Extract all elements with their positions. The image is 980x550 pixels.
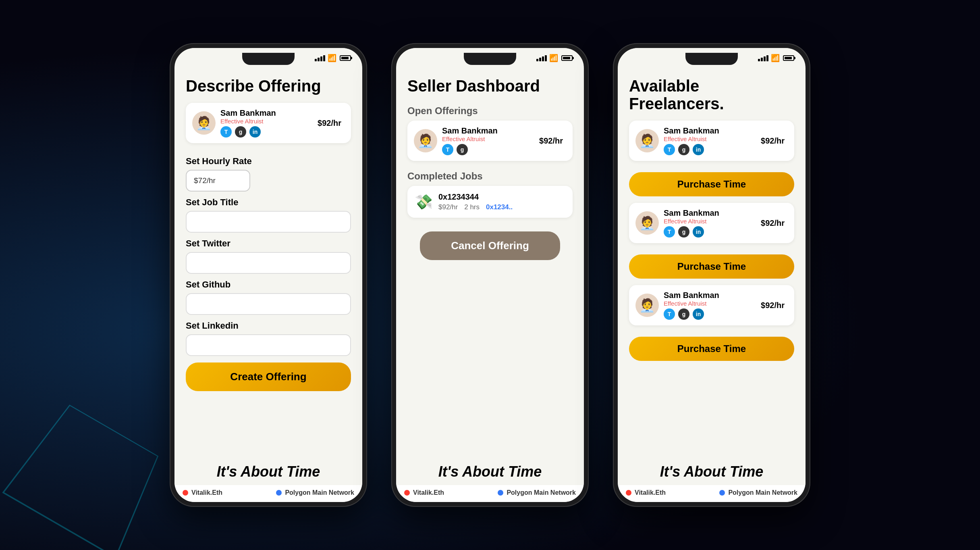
wallet-dot-2	[404, 490, 410, 496]
github-icon-f1[interactable]: g	[678, 144, 689, 155]
profile-subtitle-f1: Effective Altruist	[664, 135, 756, 142]
freelancer-card-1: 🧑‍💼 Sam Bankman Effective Altruist T g i…	[629, 121, 794, 196]
profile-subtitle-f3: Effective Altruist	[664, 300, 756, 307]
twitter-icon-dashboard[interactable]: T	[442, 144, 453, 155]
github-icon-f2[interactable]: g	[678, 226, 689, 237]
github-input[interactable]	[186, 293, 351, 315]
job-info: 0x1234344 $92/hr 2 hrs 0x1234..	[438, 192, 565, 211]
wifi-icon-2: 📶	[549, 54, 558, 62]
page-title-describe: Describe Offering	[186, 77, 351, 95]
avatar-f2: 🧑‍💼	[635, 211, 659, 235]
twitter-label: Set Twitter	[186, 238, 351, 249]
linkedin-icon-f3[interactable]: in	[693, 308, 704, 320]
profile-info-f3: Sam Bankman Effective Altruist T g in	[664, 291, 756, 320]
avatar-describe: 🧑‍💼	[192, 111, 216, 135]
tagline-1: It's About Time	[174, 459, 362, 485]
linkedin-icon-f2[interactable]: in	[693, 226, 704, 237]
tagline-3: It's About Time	[618, 459, 806, 485]
twitter-icon-f2[interactable]: T	[664, 226, 675, 237]
phone-available-freelancers: 📶 Available Freelancers. 🧑‍💼 Sam Bankman…	[613, 43, 810, 507]
cancel-offering-button[interactable]: Cancel Offering	[420, 231, 561, 260]
profile-rate-describe: $92/hr	[318, 119, 341, 128]
profile-card-describe: 🧑‍💼 Sam Bankman Effective Altruist T g i…	[186, 103, 351, 143]
profile-rate-f2: $92/hr	[761, 219, 785, 228]
freelancer-card-2: 🧑‍💼 Sam Bankman Effective Altruist T g i…	[629, 203, 794, 279]
open-offering-card: 🧑‍💼 Sam Bankman Effective Altruist T g $…	[407, 121, 573, 161]
avatar-f1: 🧑‍💼	[635, 129, 659, 152]
twitter-icon[interactable]: T	[220, 126, 232, 138]
twitter-icon-f3[interactable]: T	[664, 308, 675, 320]
linkedin-icon-f1[interactable]: in	[693, 144, 704, 155]
job-address[interactable]: 0x1234..	[486, 203, 513, 211]
github-label: Set Github	[186, 279, 351, 290]
profile-name-describe: Sam Bankman	[220, 108, 313, 118]
footer-3: Vitalik.Eth Polygon Main Network	[618, 485, 806, 502]
profile-card-f3: 🧑‍💼 Sam Bankman Effective Altruist T g i…	[629, 285, 794, 325]
network-label-3: Polygon Main Network	[728, 489, 797, 496]
github-icon-f3[interactable]: g	[678, 308, 689, 320]
profile-name-dashboard: Sam Bankman	[442, 126, 534, 135]
network-label-1: Polygon Main Network	[285, 489, 354, 496]
notch-2	[464, 53, 516, 65]
job-id: 0x1234344	[438, 192, 565, 202]
job-title-input[interactable]	[186, 211, 351, 233]
completed-jobs-label: Completed Jobs	[407, 171, 573, 182]
linkedin-input[interactable]	[186, 334, 351, 356]
footer-2: Vitalik.Eth Polygon Main Network	[396, 485, 584, 502]
github-icon[interactable]: g	[235, 126, 246, 138]
create-offering-button[interactable]: Create Offering	[186, 362, 351, 391]
profile-card-f2: 🧑‍💼 Sam Bankman Effective Altruist T g i…	[629, 203, 794, 243]
purchase-time-button-3[interactable]: Purchase Time	[629, 337, 794, 361]
profile-card-f1: 🧑‍💼 Sam Bankman Effective Altruist T g i…	[629, 121, 794, 161]
battery-icon-2	[561, 55, 573, 61]
job-emoji: 💸	[415, 194, 433, 210]
page-title-freelancers: Available Freelancers.	[629, 77, 794, 112]
profile-rate-f1: $92/hr	[761, 136, 785, 146]
hourly-rate-input[interactable]	[186, 170, 250, 192]
profile-subtitle-describe: Effective Altruist	[220, 118, 313, 125]
battery-icon	[340, 55, 351, 61]
job-hours: 2 hrs	[464, 203, 480, 211]
profile-info-f2: Sam Bankman Effective Altruist T g in	[664, 208, 756, 237]
signal-bars-icon-2	[536, 55, 547, 61]
twitter-input[interactable]	[186, 252, 351, 274]
battery-icon-3	[783, 55, 794, 61]
phone-seller-dashboard: 📶 Seller Dashboard Open Offerings 🧑‍💼 Sa…	[391, 43, 589, 507]
profile-info-dashboard: Sam Bankman Effective Altruist T g	[442, 126, 534, 155]
phone-describe-offering: 📶 Describe Offering 🧑‍💼 Sam Bankman Effe…	[170, 43, 367, 507]
page-title-dashboard: Seller Dashboard	[407, 77, 573, 95]
profile-name-f2: Sam Bankman	[664, 208, 756, 218]
job-title-label: Set Job Title	[186, 197, 351, 208]
hourly-rate-label: Set Hourly Rate	[186, 156, 351, 167]
avatar-dashboard: 🧑‍💼	[414, 129, 437, 152]
wifi-icon-3: 📶	[771, 54, 780, 62]
network-dot-1	[276, 490, 282, 496]
profile-rate-f3: $92/hr	[761, 301, 785, 310]
profile-name-f3: Sam Bankman	[664, 291, 756, 300]
twitter-icon-f1[interactable]: T	[664, 144, 675, 155]
signal-bars-icon	[315, 55, 325, 61]
notch-3	[685, 53, 738, 65]
github-icon-dashboard[interactable]: g	[457, 144, 468, 155]
job-rate: $92/hr	[438, 203, 458, 211]
wallet-dot-1	[183, 490, 188, 496]
purchase-time-button-1[interactable]: Purchase Time	[629, 172, 794, 196]
avatar-f3: 🧑‍💼	[635, 294, 659, 317]
freelancer-card-3: 🧑‍💼 Sam Bankman Effective Altruist T g i…	[629, 285, 794, 361]
profile-rate-dashboard: $92/hr	[539, 136, 563, 146]
network-label-2: Polygon Main Network	[507, 489, 576, 496]
network-dot-2	[498, 490, 503, 496]
wallet-dot-3	[626, 490, 631, 496]
footer-1: Vitalik.Eth Polygon Main Network	[174, 485, 362, 502]
profile-name-f1: Sam Bankman	[664, 126, 756, 135]
wallet-label-1: Vitalik.Eth	[191, 489, 222, 496]
purchase-time-button-2[interactable]: Purchase Time	[629, 254, 794, 279]
wallet-label-2: Vitalik.Eth	[413, 489, 444, 496]
linkedin-icon[interactable]: in	[249, 126, 261, 138]
notch	[242, 53, 295, 65]
network-dot-3	[719, 490, 725, 496]
tagline-2: It's About Time	[396, 459, 584, 485]
job-card: 💸 0x1234344 $92/hr 2 hrs 0x1234..	[407, 186, 573, 218]
open-offerings-label: Open Offerings	[407, 105, 573, 117]
signal-bars-icon-3	[758, 55, 768, 61]
